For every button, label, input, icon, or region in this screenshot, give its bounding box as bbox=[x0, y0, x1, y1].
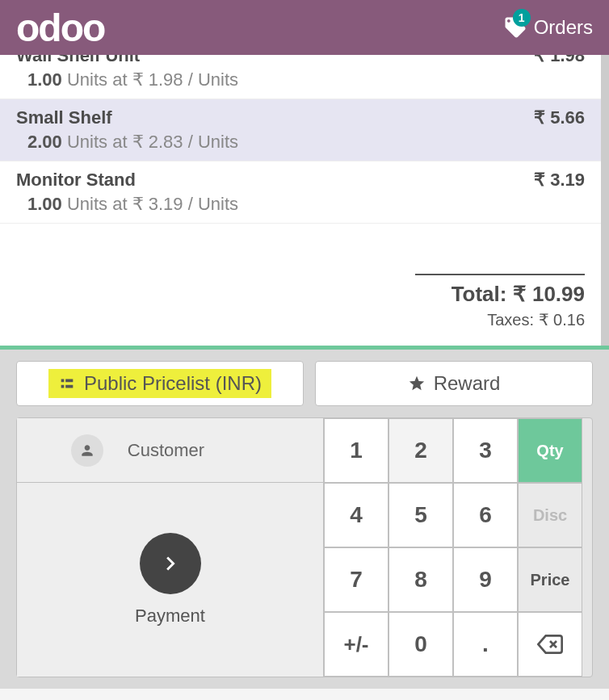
numpad-8[interactable]: 8 bbox=[388, 547, 453, 612]
taxes-value: ₹ 0.16 bbox=[539, 311, 585, 329]
list-icon bbox=[58, 375, 76, 392]
pricelist-label: Public Pricelist (INR) bbox=[84, 372, 262, 395]
payment-label: Payment bbox=[135, 606, 205, 627]
totals-area: Total: ₹ 10.99 Taxes: ₹ 0.16 bbox=[415, 274, 585, 329]
price-tag-icon: 1 bbox=[503, 15, 527, 40]
numpad-5[interactable]: 5 bbox=[388, 483, 453, 547]
star-icon bbox=[408, 375, 426, 392]
payment-button[interactable]: Payment bbox=[17, 483, 324, 677]
total-label: Total: bbox=[452, 282, 507, 306]
numpad-2[interactable]: 2 bbox=[388, 418, 453, 483]
item-name: Wall Shelf Unit bbox=[16, 55, 140, 66]
numpad-7[interactable]: 7 bbox=[324, 547, 388, 612]
item-detail: 2.00 Units at ₹ 2.83 / Units bbox=[16, 132, 585, 153]
numpad-9[interactable]: 9 bbox=[453, 547, 518, 612]
logo-text: odoo bbox=[16, 6, 104, 50]
numpad-sign[interactable]: +/- bbox=[324, 612, 388, 677]
orders-count-badge: 1 bbox=[513, 9, 531, 27]
taxes-label: Taxes: bbox=[487, 311, 534, 329]
mode-qty[interactable]: Qty bbox=[518, 418, 582, 483]
numpad: 1 2 3 Qty 4 5 6 Disc 7 8 9 Price +/- 0 . bbox=[324, 418, 582, 677]
chevron-right-icon bbox=[140, 533, 201, 594]
item-name: Small Shelf bbox=[16, 107, 112, 128]
reward-label: Reward bbox=[434, 372, 501, 395]
numpad-dot[interactable]: . bbox=[453, 612, 518, 677]
numpad-0[interactable]: 0 bbox=[388, 612, 453, 677]
customer-label: Customer bbox=[128, 440, 204, 461]
customer-button[interactable]: Customer bbox=[17, 418, 324, 483]
mode-disc[interactable]: Disc bbox=[518, 483, 582, 547]
item-price: ₹ 3.19 bbox=[534, 170, 585, 191]
order-line[interactable]: Monitor Stand ₹ 3.19 1.00 Units at ₹ 3.1… bbox=[0, 161, 601, 224]
numpad-backspace[interactable] bbox=[518, 612, 582, 677]
backspace-icon bbox=[537, 631, 563, 657]
person-icon bbox=[71, 434, 103, 467]
numpad-3[interactable]: 3 bbox=[453, 418, 518, 483]
numpad-4[interactable]: 4 bbox=[324, 483, 388, 547]
mode-price[interactable]: Price bbox=[518, 547, 582, 612]
item-name: Monitor Stand bbox=[16, 170, 136, 191]
orders-button[interactable]: 1 Orders bbox=[503, 15, 593, 40]
numpad-1[interactable]: 1 bbox=[324, 418, 388, 483]
pad-area: Customer Payment 1 2 3 Qty 4 5 6 Disc 7 … bbox=[16, 417, 593, 677]
item-detail: 1.00 Units at ₹ 1.98 / Units bbox=[16, 69, 585, 90]
order-lines-panel: Wall Shelf Unit ₹ 1.98 1.00 Units at ₹ 1… bbox=[0, 55, 609, 346]
item-price: ₹ 5.66 bbox=[534, 107, 585, 128]
item-detail: 1.00 Units at ₹ 3.19 / Units bbox=[16, 194, 585, 215]
order-line[interactable]: Wall Shelf Unit ₹ 1.98 1.00 Units at ₹ 1… bbox=[0, 55, 601, 99]
pricelist-button[interactable]: Public Pricelist (INR) bbox=[16, 361, 304, 406]
actions-panel: Public Pricelist (INR) Reward Customer bbox=[0, 350, 609, 689]
item-price: ₹ 1.98 bbox=[534, 55, 585, 66]
order-line[interactable]: Small Shelf ₹ 5.66 2.00 Units at ₹ 2.83 … bbox=[0, 99, 601, 161]
orders-label: Orders bbox=[534, 16, 593, 39]
numpad-6[interactable]: 6 bbox=[453, 483, 518, 547]
logo: odoo bbox=[16, 6, 104, 50]
reward-button[interactable]: Reward bbox=[315, 361, 593, 406]
total-value: ₹ 10.99 bbox=[513, 282, 585, 306]
top-header: odoo 1 Orders bbox=[0, 0, 609, 55]
